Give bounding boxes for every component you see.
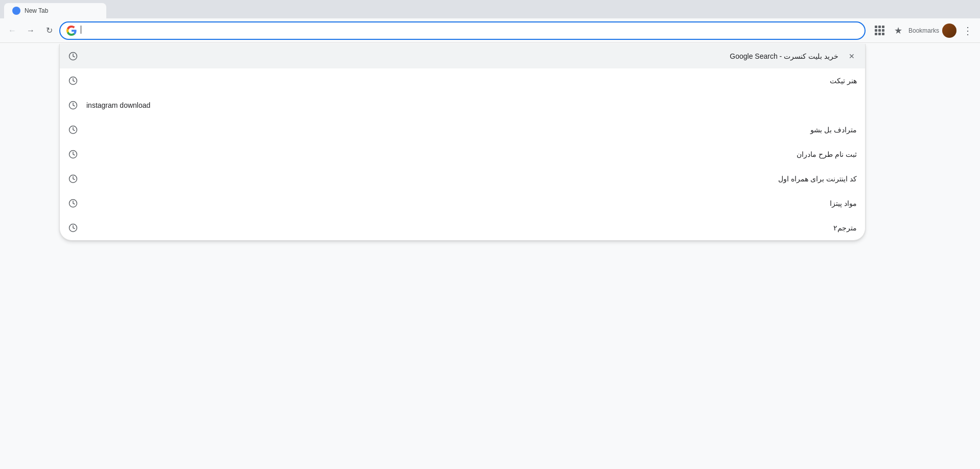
- autocomplete-item[interactable]: خرید بلیت کنسرت - Google Search✕: [60, 44, 865, 68]
- tab-bar: New Tab: [0, 0, 980, 18]
- back-button[interactable]: ←: [4, 22, 20, 39]
- bookmarks-icon: ★: [894, 25, 902, 36]
- autocomplete-item[interactable]: کد اینترنت برای همراه اول: [60, 167, 865, 191]
- tab-favicon: [12, 7, 20, 15]
- reload-button[interactable]: ↻: [41, 22, 57, 39]
- address-bar-container: خرید بلیت کنسرت - Google Search✕ هنر تیک…: [59, 21, 866, 40]
- autocomplete-item-text: خرید بلیت کنسرت - Google Search: [86, 52, 838, 60]
- menu-button[interactable]: ⋮: [960, 22, 976, 39]
- toolbar: ← → ↻: [0, 18, 980, 43]
- autocomplete-item-text: مترجم۲: [86, 224, 857, 232]
- autocomplete-item[interactable]: مواد پیتزا: [60, 191, 865, 216]
- autocomplete-close-button[interactable]: ✕: [847, 51, 857, 61]
- history-icon: [68, 149, 78, 159]
- apps-grid-icon: [875, 26, 884, 35]
- autocomplete-item-text: ثبت نام طرح مادران: [86, 150, 857, 158]
- autocomplete-item[interactable]: instagram download: [60, 93, 865, 118]
- profile-avatar: [942, 24, 956, 38]
- bookmarks-label: Bookmarks: [908, 27, 939, 34]
- active-tab[interactable]: New Tab: [4, 3, 106, 18]
- history-icon: [68, 174, 78, 184]
- history-icon: [68, 198, 78, 208]
- tab-title: New Tab: [25, 7, 98, 14]
- forward-button[interactable]: →: [22, 22, 39, 39]
- autocomplete-item[interactable]: ثبت نام طرح مادران: [60, 142, 865, 167]
- autocomplete-item[interactable]: مترادف بل بشو: [60, 118, 865, 142]
- google-logo: [66, 26, 77, 36]
- autocomplete-item-text: کد اینترنت برای همراه اول: [86, 175, 857, 183]
- address-bar[interactable]: [59, 21, 866, 40]
- menu-icon: ⋮: [963, 26, 973, 36]
- profile-button[interactable]: [941, 22, 958, 39]
- bookmarks-button[interactable]: ★: [890, 22, 906, 39]
- reload-icon: ↻: [46, 26, 53, 35]
- back-icon: ←: [8, 26, 16, 35]
- autocomplete-dropdown: خرید بلیت کنسرت - Google Search✕ هنر تیک…: [59, 44, 866, 241]
- history-icon: [68, 100, 78, 110]
- autocomplete-item-text: مواد پیتزا: [86, 199, 857, 207]
- autocomplete-item[interactable]: هنر تیکت: [60, 68, 865, 93]
- autocomplete-item-text: instagram download: [86, 101, 857, 109]
- apps-button[interactable]: [872, 22, 888, 39]
- toolbar-right: ★ Bookmarks ⋮: [868, 22, 976, 39]
- autocomplete-item-text: هنر تیکت: [86, 77, 857, 85]
- history-icon: [68, 223, 78, 233]
- address-input[interactable]: [81, 26, 858, 35]
- history-icon: [68, 76, 78, 86]
- autocomplete-item[interactable]: مترجم۲: [60, 216, 865, 240]
- history-icon: [68, 51, 78, 61]
- browser-window: New Tab ← → ↻: [0, 0, 980, 469]
- autocomplete-item-text: مترادف بل بشو: [86, 126, 857, 134]
- history-icon: [68, 125, 78, 135]
- forward-icon: →: [27, 26, 35, 35]
